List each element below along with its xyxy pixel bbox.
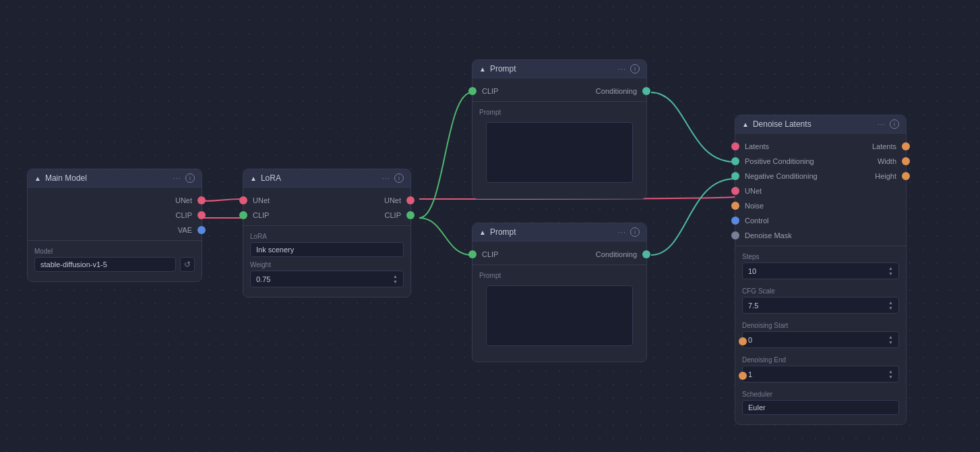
- prompt1-conditioning-label: Conditioning: [586, 87, 646, 95]
- lora-info[interactable]: i: [394, 173, 404, 183]
- denoising-end-up[interactable]: ▲: [888, 369, 893, 374]
- denoise-menu[interactable]: ···: [878, 120, 886, 128]
- prompt1-body: CLIP Conditioning Prompt: [472, 78, 646, 198]
- prompt1-title: Prompt: [490, 64, 516, 74]
- main-model-node: ▲ Main Model ··· i UNet CLIP VAE Model: [27, 169, 202, 282]
- prompt2-label: Prompt: [479, 272, 640, 279]
- denoising-start-down[interactable]: ▼: [888, 340, 893, 345]
- prompt2-menu[interactable]: ···: [618, 228, 626, 236]
- prompt2-conditioning-port[interactable]: [642, 250, 650, 258]
- denoise-noise-input-port[interactable]: [731, 202, 739, 210]
- denoise-control-label: Control: [735, 217, 778, 225]
- lora-field-label: LoRA: [250, 233, 404, 240]
- clip-output-row: CLIP: [28, 208, 202, 223]
- vae-output-row: VAE: [28, 223, 202, 237]
- denoise-negative-input-port[interactable]: [731, 172, 739, 180]
- denoise-height-label: Height: [865, 172, 906, 180]
- vae-output-port[interactable]: [197, 226, 206, 234]
- lora-clip-output-port[interactable]: [406, 211, 415, 219]
- denoise-latents-input-port[interactable]: [731, 142, 739, 150]
- lora-clip-input-port[interactable]: [239, 211, 247, 219]
- lora-node: ▲ LoRA ··· i UNet UNet CLIP CLIP LoRA In…: [243, 169, 411, 298]
- steps-down[interactable]: ▼: [888, 271, 893, 276]
- denoising-end-field: 1 ▲ ▼: [742, 366, 899, 383]
- cfg-group: CFG Scale 7.5 ▲ ▼: [735, 283, 906, 318]
- vae-output-label: VAE: [169, 226, 202, 234]
- denoising-start-group: Denoising Start 0 ▲ ▼: [735, 318, 906, 352]
- denoise-collapse[interactable]: ▲: [742, 121, 749, 128]
- scheduler-select[interactable]: Euler: [742, 400, 899, 415]
- unet-output-port[interactable]: [197, 196, 206, 204]
- prompt1-menu[interactable]: ···: [618, 65, 626, 73]
- prompt2-body: CLIP Conditioning Prompt: [472, 242, 646, 362]
- steps-up[interactable]: ▲: [888, 266, 893, 271]
- prompt2-collapse[interactable]: ▲: [479, 229, 486, 236]
- main-model-body: UNet CLIP VAE Model stable-diffusion-v1-…: [28, 188, 202, 281]
- denoising-start-spinners[interactable]: ▲ ▼: [888, 335, 893, 345]
- prompt2-conditioning-label: Conditioning: [586, 250, 646, 258]
- clip-output-label: CLIP: [166, 211, 202, 219]
- prompt2-textarea[interactable]: [486, 285, 633, 346]
- denoising-end-label: Denoising End: [742, 356, 899, 364]
- prompt2-field-group: Prompt: [472, 268, 646, 356]
- weight-up[interactable]: ▲: [393, 274, 398, 279]
- lora-body: UNet UNet CLIP CLIP LoRA Ink scenery Wei…: [243, 188, 410, 297]
- denoise-width-port[interactable]: [902, 157, 910, 165]
- prompt1-node: ▲ Prompt ··· i CLIP Conditioning Prompt: [472, 59, 647, 199]
- weight-label: Weight: [250, 261, 404, 269]
- denoise-noise-label: Noise: [735, 202, 773, 210]
- lora-collapse[interactable]: ▲: [250, 175, 257, 182]
- prompt2-clip-input-port[interactable]: [468, 250, 477, 258]
- denoise-unet-label: UNet: [735, 187, 771, 195]
- scheduler-group: Scheduler Euler: [735, 387, 906, 419]
- steps-value: 10: [748, 267, 756, 275]
- lora-select[interactable]: Ink scenery: [250, 242, 404, 257]
- denoising-start-up[interactable]: ▲: [888, 335, 893, 339]
- denoise-height-port[interactable]: [902, 172, 910, 180]
- main-model-header: ▲ Main Model ··· i: [28, 169, 202, 188]
- model-refresh-button[interactable]: ↺: [180, 257, 195, 272]
- denoise-unet-input-port[interactable]: [731, 187, 739, 195]
- prompt1-info[interactable]: i: [630, 64, 640, 74]
- cfg-spinners[interactable]: ▲ ▼: [888, 300, 893, 310]
- main-model-menu[interactable]: ···: [173, 174, 181, 182]
- denoise-positive-input-port[interactable]: [731, 157, 739, 165]
- steps-spinners[interactable]: ▲ ▼: [888, 266, 893, 276]
- denoise-mask-input-port[interactable]: [731, 231, 739, 239]
- denoising-end-spinners[interactable]: ▲ ▼: [888, 369, 893, 379]
- model-select[interactable]: stable-diffusion-v1-5: [34, 257, 176, 272]
- lora-menu[interactable]: ···: [382, 174, 390, 182]
- denoise-info[interactable]: i: [890, 119, 899, 129]
- prompt1-field-group: Prompt: [472, 105, 646, 193]
- prompt2-info[interactable]: i: [630, 227, 640, 237]
- weight-spinners[interactable]: ▲ ▼: [393, 274, 398, 284]
- prompt1-clip-input-port[interactable]: [468, 87, 477, 95]
- prompt1-conditioning-port[interactable]: [642, 87, 650, 95]
- prompt1-textarea[interactable]: [486, 122, 633, 183]
- denoise-width-label: Width: [868, 157, 906, 165]
- scheduler-label: Scheduler: [742, 391, 899, 398]
- cfg-down[interactable]: ▼: [888, 306, 893, 310]
- model-label: Model: [34, 248, 195, 255]
- denoising-end-value: 1: [748, 370, 752, 378]
- denoising-start-port[interactable]: [739, 337, 747, 345]
- denoising-end-port[interactable]: [739, 372, 747, 380]
- clip-output-port[interactable]: [197, 211, 206, 219]
- denoise-control-input-port[interactable]: [731, 217, 739, 225]
- weight-down[interactable]: ▼: [393, 279, 398, 284]
- lora-unet-input-port[interactable]: [239, 196, 247, 204]
- cfg-up[interactable]: ▲: [888, 300, 893, 305]
- lora-title: LoRA: [261, 173, 281, 183]
- cfg-field: 7.5 ▲ ▼: [742, 297, 899, 314]
- lora-clip-input-label: CLIP: [243, 211, 278, 219]
- lora-unet-output-label: UNet: [375, 196, 410, 204]
- main-model-info[interactable]: i: [185, 173, 195, 183]
- denoise-latents-output-port[interactable]: [902, 142, 910, 150]
- cfg-label: CFG Scale: [742, 287, 899, 295]
- denoising-end-down[interactable]: ▼: [888, 374, 893, 379]
- prompt1-label: Prompt: [479, 109, 640, 116]
- prompt1-collapse[interactable]: ▲: [479, 65, 486, 73]
- denoising-start-label: Denoising Start: [742, 322, 899, 329]
- lora-unet-output-port[interactable]: [406, 196, 415, 204]
- main-model-collapse[interactable]: ▲: [34, 175, 41, 182]
